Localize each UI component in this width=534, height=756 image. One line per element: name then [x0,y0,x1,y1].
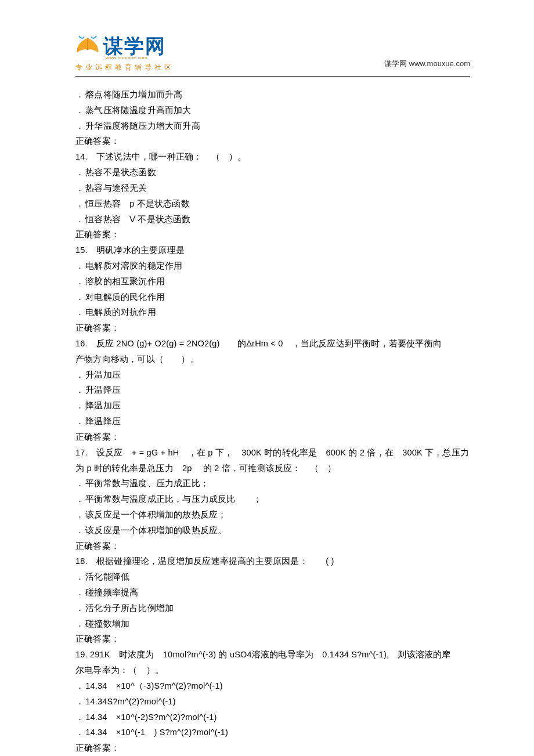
page-header: 谋学网 www.mouxue.com 专业远程教育辅导社区 谋学网 www.mo… [75,35,470,73]
option-text: 升温加压 [75,367,470,383]
option-text: 该反应是一个体积增加的放热反应； [75,507,470,523]
answer-label: 正确答案： [75,227,470,243]
header-right: 谋学网 www.mouxue.com [384,59,470,73]
option-text: 电解质的对抗作用 [75,305,470,320]
answer-label: 正确答案： [75,133,470,149]
option-text: 14.34 ×10^(-1 ) S?m^(2)?mol^(-1) [75,725,470,740]
option-text: 活化分子所占比例增加 [75,601,470,616]
logo-slogan: 专业远程教育辅导社区 [75,63,174,73]
option-text: 恒压热容 p 不是状态函数 [75,196,470,212]
option-text: 蒸气压将随温度升高而加大 [75,103,470,118]
logo-book-icon [75,35,100,56]
option-text: 升华温度将随压力增大而升高 [75,118,470,134]
answer-label: 正确答案： [75,538,470,554]
logo-text: 谋学网 [103,36,166,56]
option-text: 热容与途径无关 [75,180,470,196]
option-text: 活化能降低 [75,569,470,585]
question-stem: 15. 明矾净水的主要原理是 [75,243,470,258]
header-right-link: www.mouxue.com [409,59,470,68]
question-stem-cont: 产物方向移动，可以（ ）。 [75,352,470,367]
option-text: 14.34 ×10^（-3)S?m^(2)?mol^(-1) [75,678,470,694]
option-text: 热容不是状态函数 [75,165,470,180]
question-stem: 14. 下述说法中，哪一种正确： （ ）。 [75,149,470,165]
question-stem: 19. 291K 时浓度为 10mol?m^(-3) 的 uSO4溶液的电导率为… [75,647,470,663]
option-text: 降温加压 [75,398,470,414]
option-text: 熔点将随压力增加而升高 [75,87,470,103]
option-text: 升温降压 [75,382,470,398]
option-text: 平衡常数与温度、压力成正比； [75,476,470,491]
document-body: 熔点将随压力增加而升高 蒸气压将随温度升高而加大 升华温度将随压力增大而升高 正… [75,87,470,756]
logo-block: 谋学网 www.mouxue.com 专业远程教育辅导社区 [75,35,174,73]
option-text: 14.34S?m^(2)?mol^(-1) [75,694,470,710]
answer-label: 正确答案： [75,429,470,445]
question-stem: 18. 根据碰撞理论，温度增加反应速率提高的主要原因是： ( ) [75,554,470,569]
option-text: 该反应是一个体积增加的吸热反应。 [75,523,470,538]
option-text: 14.34 ×10^(-2)S?m^(2)?mol^(-1) [75,710,470,725]
option-text: 电解质对溶胶的稳定作用 [75,258,470,274]
header-right-label: 谋学网 [384,59,407,68]
option-text: 溶胶的相互聚沉作用 [75,274,470,290]
option-text: 碰撞频率提高 [75,585,470,601]
question-stem: 16. 反应 2NO (g)+ O2(g) = 2NO2(g) 的ΔrHm < … [75,336,470,352]
answer-label: 正确答案： [75,631,470,647]
answer-label: 正确答案： [75,320,470,336]
question-stem-cont: 尔电导率为：（ ）。 [75,663,470,678]
question-stem: 17. 设反应 + = gG + hH ，在 p 下， 300K 时的转化率是 … [75,445,470,461]
option-text: 碰撞数增加 [75,616,470,632]
answer-label: 正确答案： [75,740,470,756]
question-stem-cont: 为 p 时的转化率是总压力 2p 的 2 倍，可推测该反应： （ ） [75,461,470,476]
logo-url-small: www.mouxue.com [106,55,174,60]
option-text: 降温降压 [75,414,470,429]
option-text: 平衡常数与温度成正比，与压力成反比 ； [75,491,470,507]
option-text: 对电解质的民化作用 [75,290,470,305]
header-divider [75,76,470,77]
option-text: 恒容热容 V 不是状态函数 [75,212,470,227]
